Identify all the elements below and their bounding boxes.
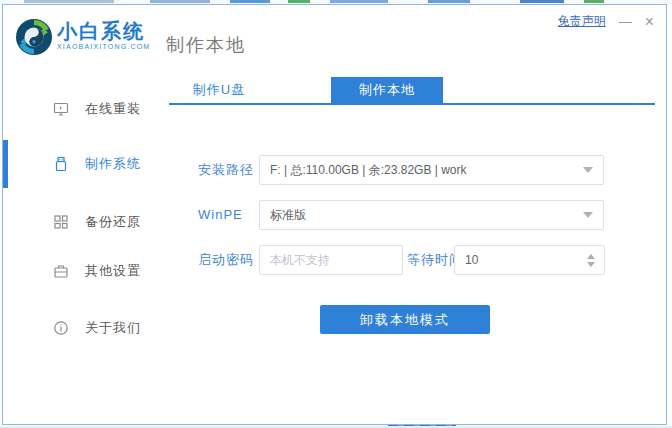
chevron-down-icon bbox=[583, 212, 593, 218]
tab-make-usb[interactable]: 制作U盘 bbox=[169, 77, 269, 103]
install-path-select[interactable]: F: | 总:110.00GB | 余:23.82GB | work bbox=[259, 155, 604, 185]
install-path-label: 安装路径 bbox=[198, 155, 254, 185]
install-path-value: F: | 总:110.00GB | 余:23.82GB | work bbox=[270, 162, 577, 179]
info-icon bbox=[53, 320, 69, 336]
sidebar-item-label: 制作系统 bbox=[85, 155, 141, 173]
uninstall-local-mode-button[interactable]: 卸载本地模式 bbox=[320, 305, 490, 334]
sidebar-item-other-settings[interactable]: 其他设置 bbox=[53, 258, 141, 284]
disclaimer-link[interactable]: 免责声明 bbox=[558, 13, 606, 30]
brand-text: 小白系统 XIAOBAIXITONG.COM bbox=[57, 18, 150, 56]
sidebar-item-online-reinstall[interactable]: 在线重装 bbox=[53, 96, 141, 122]
winpe-value: 标准版 bbox=[270, 207, 577, 224]
sidebar-item-label: 备份还原 bbox=[85, 213, 141, 231]
brand-name: 小白系统 bbox=[57, 20, 150, 42]
sidebar-item-about-us[interactable]: 关于我们 bbox=[53, 315, 141, 341]
grid-icon bbox=[53, 214, 69, 230]
sidebar-item-make-system[interactable]: 制作系统 bbox=[53, 151, 141, 177]
sidebar-item-label: 其他设置 bbox=[85, 262, 141, 280]
wait-time-stepper[interactable] bbox=[587, 254, 604, 267]
minimize-button[interactable]: — bbox=[619, 17, 632, 27]
stepper-down-icon[interactable] bbox=[587, 262, 595, 267]
close-button[interactable]: × bbox=[645, 16, 654, 28]
sidebar-item-backup-restore[interactable]: 备份还原 bbox=[53, 209, 141, 235]
usb-drive-icon bbox=[53, 156, 69, 172]
brand-domain: XIAOBAIXITONG.COM bbox=[57, 42, 150, 51]
wait-time-input[interactable] bbox=[455, 246, 587, 274]
content-tabs: 制作U盘 制作本地 bbox=[169, 77, 655, 105]
xiaobai-logo-icon bbox=[15, 18, 53, 56]
winpe-label: WinPE bbox=[198, 200, 243, 230]
sidebar-active-indicator bbox=[3, 140, 8, 188]
chevron-down-icon bbox=[583, 167, 593, 173]
sidebar-item-label: 关于我们 bbox=[85, 319, 141, 337]
monitor-icon bbox=[53, 101, 69, 117]
boot-password-input[interactable] bbox=[259, 245, 403, 275]
boot-password-label: 启动密码 bbox=[198, 245, 254, 275]
sidebar-item-label: 在线重装 bbox=[85, 100, 141, 118]
wait-time-field bbox=[454, 245, 605, 275]
window-titlebar-controls: 免责声明 — × bbox=[558, 13, 654, 30]
page-title: 制作本地 bbox=[166, 33, 246, 57]
tab-make-local[interactable]: 制作本地 bbox=[331, 77, 443, 103]
app-logo: 小白系统 XIAOBAIXITONG.COM bbox=[15, 18, 150, 56]
briefcase-icon bbox=[53, 263, 69, 279]
app-window: 免责声明 — × 小白系统 XIAOBAIXITONG.COM 制作本地 bbox=[2, 4, 667, 425]
winpe-select[interactable]: 标准版 bbox=[259, 200, 604, 230]
stepper-up-icon[interactable] bbox=[587, 254, 595, 259]
